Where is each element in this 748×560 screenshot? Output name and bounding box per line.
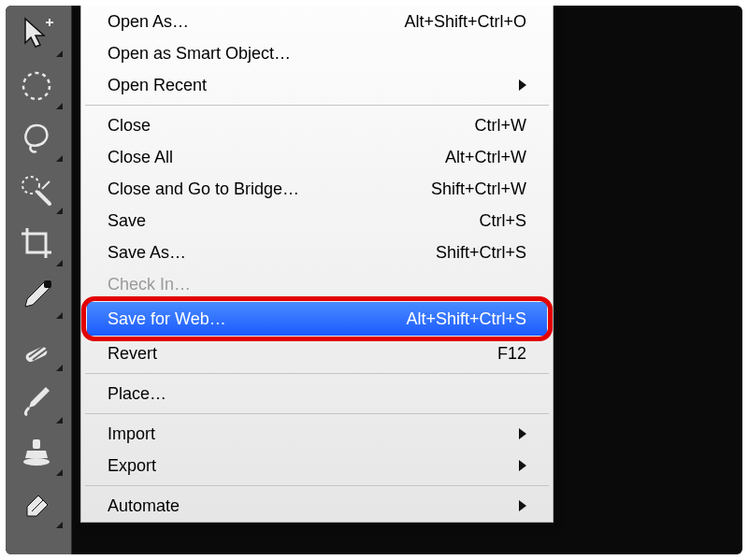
- workspace: Open As… Alt+Shift+Ctrl+O Open as Smart …: [6, 6, 742, 554]
- menu-item-import[interactable]: Import: [81, 418, 553, 450]
- quick-selection-tool[interactable]: [9, 166, 64, 215]
- menu-item-revert[interactable]: Revert F12: [81, 337, 553, 369]
- lasso-tool-icon: [17, 119, 56, 158]
- clone-stamp-tool-icon: [17, 433, 56, 472]
- menu-item-label: Automate: [108, 496, 496, 516]
- eraser-tool[interactable]: [9, 481, 64, 529]
- flyout-indicator-icon: [56, 417, 63, 424]
- menu-item-label: Close All: [108, 148, 423, 167]
- healing-brush-tool-icon: [17, 328, 56, 367]
- menu-item-label: Save for Web…: [108, 309, 383, 329]
- menu-item-label: Save As…: [108, 243, 413, 263]
- menu-item-label: Revert: [108, 344, 475, 364]
- svg-point-4: [22, 177, 39, 194]
- menu-item-automate[interactable]: Automate: [81, 490, 553, 522]
- menu-item-shortcut: Alt+Shift+Ctrl+O: [404, 12, 526, 32]
- flyout-indicator-icon: [56, 365, 63, 371]
- eraser-tool-icon: [17, 485, 56, 524]
- menu-item-open-smart-object[interactable]: Open as Smart Object…: [81, 37, 553, 69]
- menu-item-label: Import: [108, 424, 496, 444]
- menu-item-save-as[interactable]: Save As… Shift+Ctrl+S: [81, 237, 553, 268]
- flyout-indicator-icon: [56, 469, 63, 476]
- menu-separator: [85, 413, 549, 414]
- svg-point-3: [23, 73, 50, 99]
- menu-item-open-recent[interactable]: Open Recent: [81, 69, 553, 101]
- svg-point-10: [23, 458, 50, 466]
- menu-separator: [85, 105, 549, 106]
- submenu-arrow-icon: [519, 79, 526, 91]
- menu-item-save[interactable]: Save Ctrl+S: [81, 205, 553, 237]
- clone-stamp-tool[interactable]: [9, 428, 64, 477]
- svg-rect-5: [44, 280, 51, 288]
- menu-item-open-as[interactable]: Open As… Alt+Shift+Ctrl+O: [81, 6, 553, 37]
- flyout-indicator-icon: [56, 522, 63, 528]
- submenu-arrow-icon: [519, 500, 526, 511]
- menu-item-save-for-web-highlight: Save for Web… Alt+Shift+Ctrl+S: [87, 302, 547, 336]
- menu-item-label: Export: [108, 456, 496, 476]
- menu-item-shortcut: Alt+Shift+Ctrl+S: [406, 309, 526, 329]
- eyedropper-tool[interactable]: [9, 271, 64, 320]
- menu-item-label: Open as Smart Object…: [108, 44, 526, 64]
- crop-tool-icon: [17, 223, 56, 263]
- tools-panel: [6, 6, 72, 554]
- marquee-tool-icon: [17, 66, 56, 106]
- crop-tool[interactable]: [9, 219, 64, 267]
- flyout-indicator-icon: [56, 260, 63, 266]
- move-tool-icon: [17, 14, 56, 53]
- brush-tool-icon: [17, 381, 56, 420]
- eyedropper-tool-icon: [17, 276, 56, 315]
- move-tool[interactable]: [9, 9, 64, 58]
- lasso-tool[interactable]: [9, 114, 64, 163]
- flyout-indicator-icon: [56, 208, 63, 214]
- submenu-arrow-icon: [519, 428, 526, 439]
- svg-marker-0: [25, 19, 44, 47]
- brush-tool[interactable]: [9, 376, 64, 424]
- menu-separator: [85, 373, 549, 374]
- submenu-arrow-icon: [519, 460, 526, 471]
- menu-item-export[interactable]: Export: [81, 450, 553, 481]
- svg-rect-9: [33, 439, 40, 449]
- menu-item-label: Check In…: [108, 275, 526, 294]
- menu-item-shortcut: Alt+Ctrl+W: [445, 148, 526, 167]
- flyout-indicator-icon: [56, 50, 63, 57]
- quick-selection-tool-icon: [17, 171, 56, 210]
- menu-item-shortcut: Ctrl+S: [479, 211, 526, 231]
- flyout-indicator-icon: [56, 103, 63, 109]
- menu-item-label: Close and Go to Bridge…: [108, 179, 409, 199]
- menu-item-label: Save: [108, 211, 456, 231]
- menu-item-check-in: Check In…: [81, 268, 553, 300]
- menu-item-label: Place…: [108, 384, 526, 404]
- healing-brush-tool[interactable]: [9, 323, 64, 372]
- flyout-indicator-icon: [56, 312, 63, 319]
- menu-item-shortcut: F12: [497, 344, 526, 364]
- menu-item-close-all[interactable]: Close All Alt+Ctrl+W: [81, 141, 553, 173]
- menu-item-shortcut: Shift+Ctrl+S: [436, 243, 526, 263]
- menu-item-label: Close: [108, 116, 453, 136]
- menu-item-shortcut: Shift+Ctrl+W: [431, 179, 526, 199]
- menu-item-label: Open As…: [108, 12, 381, 32]
- file-menu-dropdown: Open As… Alt+Shift+Ctrl+O Open as Smart …: [80, 6, 554, 523]
- app-window: Open As… Alt+Shift+Ctrl+O Open as Smart …: [0, 0, 748, 560]
- menu-item-save-for-web[interactable]: Save for Web… Alt+Shift+Ctrl+S: [87, 302, 547, 336]
- flyout-indicator-icon: [56, 155, 63, 162]
- menu-item-shortcut: Ctrl+W: [475, 116, 527, 136]
- menu-item-close[interactable]: Close Ctrl+W: [81, 109, 553, 141]
- menu-item-place[interactable]: Place…: [81, 378, 553, 409]
- svg-rect-6: [24, 345, 49, 363]
- menu-separator: [85, 485, 549, 486]
- menu-item-label: Open Recent: [108, 76, 496, 95]
- menu-item-close-bridge[interactable]: Close and Go to Bridge… Shift+Ctrl+W: [81, 173, 553, 205]
- marquee-tool[interactable]: [9, 62, 64, 110]
